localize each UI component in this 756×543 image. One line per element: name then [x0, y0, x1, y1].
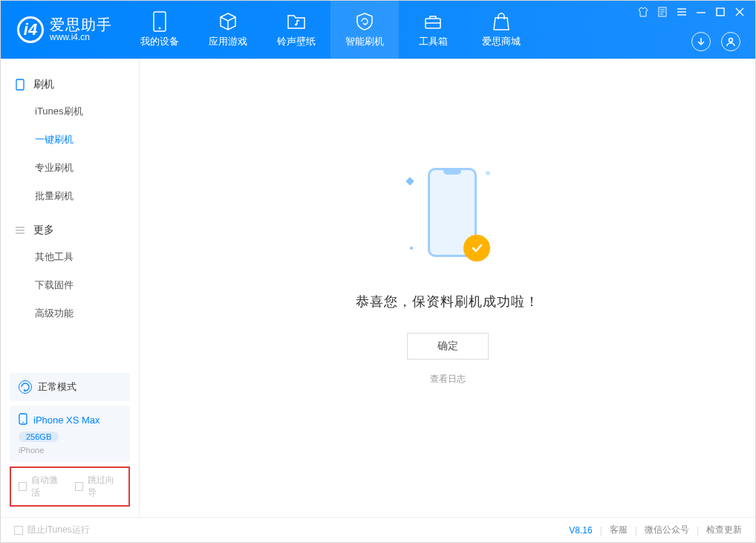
main-tabs: 我的设备 应用游戏 铃声壁纸 智能刷机 工具箱 爱思商城 [126, 1, 535, 59]
checkbox-label: 跳过向导 [88, 474, 121, 499]
tab-label: 铃声壁纸 [277, 35, 316, 48]
note-icon[interactable] [657, 7, 668, 17]
checkbox-skip-guide[interactable]: 跳过向导 [75, 474, 121, 499]
sidebar-item-onekey-flash[interactable]: 一键刷机 [1, 126, 139, 154]
checkbox-icon [75, 482, 83, 491]
section-title: 刷机 [33, 78, 54, 91]
close-icon[interactable] [734, 7, 745, 17]
svg-point-23 [22, 422, 24, 423]
tab-apps[interactable]: 应用游戏 [194, 1, 262, 59]
tab-ringtone[interactable]: 铃声壁纸 [262, 1, 330, 59]
device-type: iPhone [19, 446, 121, 455]
svg-rect-13 [717, 8, 724, 16]
mode-label: 正常模式 [38, 380, 76, 394]
phone-icon [14, 79, 26, 91]
app-url: www.i4.cn [50, 33, 112, 42]
device-phone-icon [19, 413, 27, 427]
ok-button[interactable]: 确定 [407, 333, 489, 360]
sidebar-footer: 正常模式 iPhone XS Max 256GB iPhone 自动激活 [1, 362, 139, 517]
tab-label: 智能刷机 [345, 35, 384, 48]
checkbox-icon [14, 526, 23, 535]
sidebar-section-flash: 刷机 iTunes刷机 一键刷机 专业刷机 批量刷机 [1, 72, 139, 210]
sidebar-item-batch-flash[interactable]: 批量刷机 [1, 182, 139, 210]
checkmark-icon [463, 235, 490, 261]
device-icon [149, 11, 170, 32]
wechat-link[interactable]: 微信公众号 [645, 524, 689, 536]
svg-rect-18 [16, 79, 24, 90]
section-head-flash: 刷机 [1, 72, 139, 97]
sidebar: 刷机 iTunes刷机 一键刷机 专业刷机 批量刷机 更多 其他工具 下载固件 … [1, 59, 140, 517]
tab-flash[interactable]: 智能刷机 [330, 1, 399, 59]
sidebar-item-advanced[interactable]: 高级功能 [1, 299, 139, 328]
tab-toolbox[interactable]: 工具箱 [399, 1, 467, 59]
mode-icon [19, 380, 32, 394]
section-head-more: 更多 [1, 218, 139, 243]
tab-label: 爱思商城 [482, 35, 521, 48]
checkbox-label: 自动激活 [31, 474, 65, 499]
device-name: iPhone XS Max [33, 414, 100, 426]
minimize-icon[interactable] [696, 7, 706, 17]
user-button[interactable] [721, 32, 740, 51]
sidebar-item-download-firmware[interactable]: 下载固件 [1, 271, 139, 299]
status-bar: 阻止iTunes运行 V8.16 | 客服 | 微信公众号 | 检查更新 [1, 517, 755, 542]
list-icon [14, 224, 26, 236]
highlighted-options: 自动激活 跳过向导 [10, 466, 130, 507]
svg-point-2 [295, 24, 297, 26]
music-folder-icon [286, 11, 307, 32]
checkbox-icon [19, 482, 27, 491]
app-title: 爱思助手 [50, 16, 112, 33]
shirt-icon[interactable] [638, 7, 648, 17]
menu-icon[interactable] [677, 7, 687, 17]
logo-icon: i4 [17, 16, 44, 43]
check-update-link[interactable]: 检查更新 [706, 524, 742, 536]
sidebar-item-itunes-flash[interactable]: iTunes刷机 [1, 97, 139, 126]
mode-card[interactable]: 正常模式 [10, 373, 130, 401]
cube-icon [218, 11, 238, 32]
shield-refresh-icon [354, 11, 375, 32]
checkbox-block-itunes[interactable]: 阻止iTunes运行 [14, 524, 90, 536]
success-panel: 恭喜您，保资料刷机成功啦！ 确定 查看日志 [356, 160, 539, 386]
maximize-icon[interactable] [715, 7, 726, 17]
support-link[interactable]: 客服 [610, 524, 628, 536]
svg-point-1 [159, 27, 161, 30]
title-bar: i4 爱思助手 www.i4.cn 我的设备 应用游戏 铃声壁纸 智能刷机 [1, 1, 755, 59]
tab-store[interactable]: 爱思商城 [467, 1, 535, 59]
sidebar-item-pro-flash[interactable]: 专业刷机 [1, 154, 139, 182]
tab-label: 我的设备 [140, 35, 179, 48]
success-illustration [392, 160, 504, 272]
download-button[interactable] [691, 32, 711, 51]
sidebar-section-more: 更多 其他工具 下载固件 高级功能 [1, 218, 139, 328]
view-log-link[interactable]: 查看日志 [430, 373, 466, 386]
device-capacity: 256GB [19, 432, 59, 442]
bag-icon [491, 11, 512, 32]
checkbox-auto-activate[interactable]: 自动激活 [19, 474, 65, 499]
tab-label: 工具箱 [419, 35, 448, 48]
sidebar-item-other-tools[interactable]: 其他工具 [1, 243, 139, 271]
section-title: 更多 [33, 224, 54, 237]
version-label: V8.16 [569, 525, 592, 536]
success-message: 恭喜您，保资料刷机成功啦！ [356, 293, 539, 310]
tab-label: 应用游戏 [209, 35, 247, 48]
toolbox-icon [423, 11, 443, 32]
logo: i4 爱思助手 www.i4.cn [1, 16, 126, 43]
svg-point-17 [729, 39, 733, 42]
tab-device[interactable]: 我的设备 [126, 1, 194, 59]
header-actions [691, 32, 740, 51]
device-card[interactable]: iPhone XS Max 256GB iPhone [10, 406, 130, 462]
main-content: 恭喜您，保资料刷机成功啦！ 确定 查看日志 [140, 59, 755, 517]
checkbox-label: 阻止iTunes运行 [27, 524, 90, 536]
window-controls [638, 7, 745, 17]
